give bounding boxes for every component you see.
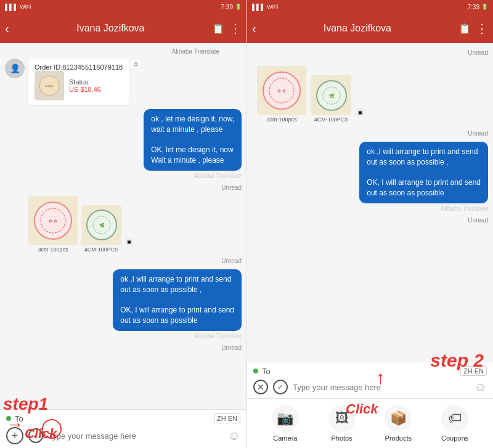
- order-inner: Logo Status: US $18.46: [35, 71, 123, 100]
- right-more-icon[interactable]: ⋮: [476, 21, 488, 36]
- svg-text:🌿: 🌿: [328, 93, 334, 99]
- right-product2-img: 🌿: [311, 75, 351, 115]
- unread-label-1: Unread: [5, 184, 242, 191]
- order-id: Order ID:8123455116079118: [35, 63, 123, 71]
- camera-tool[interactable]: 📷 Camera: [272, 405, 299, 442]
- outgoing-msg1: ok , let me design it, now, wait a minut…: [5, 109, 242, 179]
- msg1-translated2: Wait a minute , please: [151, 156, 224, 165]
- status-left: ▌▌▌ WiFi: [5, 4, 31, 10]
- right-app-header: ‹ Ivana Jozifkova 📋 ⋮: [247, 14, 493, 43]
- right-unread-label-2: Unread: [252, 130, 488, 137]
- right-back-button[interactable]: ‹: [252, 22, 256, 36]
- left-phone-panel: ▌▌▌ WiFi 7:39 🔋 ‹ Ivana Jozifkova 📋 ⋮ Al…: [0, 0, 246, 448]
- order-details: Status: US $18.46: [69, 78, 101, 93]
- right-bubble-blue: ok ,I will arrange to print and send out…: [359, 142, 488, 203]
- right-product1-label: 3cm-100pcs: [266, 116, 296, 123]
- back-button[interactable]: ‹: [5, 22, 9, 36]
- to-row: To ZH EN: [6, 413, 240, 423]
- camera-label: Camera: [273, 434, 297, 442]
- battery-fill: 🔋: [235, 4, 242, 10]
- msg2-line1: ok ,I will arrange to print and send: [120, 275, 231, 283]
- right-check-button[interactable]: ✓: [273, 380, 288, 394]
- right-signal-icon: ▌▌▌: [252, 4, 265, 10]
- product-action-icon: ▣: [125, 238, 134, 246]
- right-unread-label-3: Unread: [252, 217, 488, 224]
- right-wifi-icon: WiFi: [267, 4, 278, 10]
- right-phone-panel: ▌▌▌ WiFi 7:39 🔋 ‹ Ivana Jozifkova 📋 ⋮ Un…: [246, 0, 493, 448]
- msg1-line1: ok , let me design it, now,: [151, 115, 234, 123]
- bubble-blue-2: ok ,I will arrange to print and send out…: [113, 269, 242, 331]
- order-bubble: Order ID:8123455116079118 Logo Status: U…: [28, 59, 129, 105]
- translate-label-1: Alibaba Translate: [194, 173, 242, 179]
- right-product-action-icon: ▣: [356, 108, 365, 116]
- right-arrow-up: →: [369, 370, 390, 388]
- step1-label: step1: [3, 394, 48, 414]
- order-status-label: Status:: [69, 78, 101, 86]
- coupons-label: Coupons: [441, 434, 468, 442]
- products-tool[interactable]: 📦 Products: [385, 405, 412, 442]
- right-battery-icon: 🔋: [481, 4, 488, 10]
- right-unread-label-1: Unread: [252, 49, 488, 56]
- right-time: 7:39: [468, 4, 479, 10]
- left-app-header: ‹ Ivana Jozifkova 📋 ⋮: [0, 14, 246, 43]
- right-product2-label: 4CM-100PCS: [314, 116, 349, 123]
- right-to-row-left: To: [253, 367, 271, 376]
- msg2-line2: out as soon as possible ,: [120, 285, 202, 294]
- product-images-left: ✿ ✿ 3cm-100pcs 🌿 4CM-100PCS ▣: [28, 196, 242, 253]
- camera-icon: 📷: [272, 405, 299, 432]
- products-label: Products: [385, 434, 412, 442]
- bubble-blue-1: ok , let me design it, now, wait a minut…: [144, 109, 242, 171]
- avatar: 👤: [5, 59, 25, 78]
- plus-button-highlight: [42, 419, 62, 439]
- product2-img: 🌿: [81, 205, 121, 245]
- product2-box: 🌿 4CM-100PCS: [81, 205, 121, 253]
- translate-label-2: Alibaba Translate: [194, 333, 242, 340]
- step2-label: step 2: [430, 350, 484, 371]
- right-header-title: Ivana Jozifkova: [261, 23, 454, 34]
- order-price: US $18.46: [69, 86, 101, 93]
- coupons-tool[interactable]: 🏷 Coupons: [441, 405, 468, 442]
- order-thumbnail: Logo: [35, 71, 64, 100]
- right-status-bar: ▌▌▌ WiFi 7:39 🔋: [247, 0, 493, 14]
- product1-box: ✿ ✿ 3cm-100pcs: [28, 196, 78, 253]
- msg1-line2: wait a minute , please: [151, 125, 222, 134]
- battery-icon: 7:39: [221, 4, 233, 10]
- product1-img: ✿ ✿: [28, 196, 78, 245]
- right-clipboard-icon[interactable]: 📋: [458, 23, 471, 35]
- right-translate-label: Alibaba Translate: [441, 205, 488, 212]
- svg-text:🌿: 🌿: [99, 222, 104, 228]
- zh-en-toggle[interactable]: ZH EN: [214, 413, 240, 423]
- msg1-translated1: OK, let me design it, now: [151, 145, 233, 154]
- right-green-dot: [253, 369, 258, 373]
- right-x-button[interactable]: ✕: [253, 380, 268, 394]
- right-click-label: Click: [346, 401, 378, 417]
- right-chat-area: Unread ✿ ✿ 3cm-100pcs 🌿: [247, 43, 493, 362]
- signal-icon: ▌▌▌: [5, 4, 18, 10]
- wifi-icon: WiFi: [20, 4, 31, 10]
- message-input[interactable]: [48, 431, 223, 441]
- msg2-translated1: OK, I will arrange to print and send: [120, 306, 234, 314]
- right-status-left: ▌▌▌ WiFi: [252, 4, 278, 10]
- svg-text:Logo: Logo: [45, 84, 54, 88]
- emoji-button[interactable]: ☺: [228, 429, 240, 443]
- order-message: 👤 Order ID:8123455116079118 Logo Status:…: [5, 59, 242, 105]
- right-product-images: ✿ ✿ 3cm-100pcs 🌿 4CM-100PCS ▣: [252, 61, 488, 125]
- msg2-translated2: out as soon as possible: [120, 316, 197, 325]
- right-msg-translated1: OK, I will arrange to print and send: [367, 178, 481, 187]
- clipboard-icon[interactable]: 📋: [212, 23, 224, 35]
- right-emoji-button[interactable]: ☺: [475, 380, 487, 394]
- right-msg-line2: out as soon as possible ,: [367, 158, 448, 166]
- left-chat-area: Alibaba Translate 👤 Order ID:81234551160…: [0, 43, 246, 409]
- more-icon[interactable]: ⋮: [229, 21, 242, 36]
- right-product1-img: ✿ ✿: [257, 66, 306, 115]
- svg-text:✿ ✿: ✿ ✿: [277, 89, 286, 93]
- outgoing-msg2: ok ,I will arrange to print and send out…: [5, 269, 242, 340]
- products-icon: 📦: [385, 405, 412, 432]
- product1-label: 3cm-100pcs: [38, 246, 68, 253]
- right-outgoing-msg: ok ,I will arrange to print and send out…: [252, 142, 488, 212]
- product2-label: 4CM-100PCS: [84, 246, 119, 253]
- photos-label: Photos: [331, 434, 352, 442]
- translate-label-top: Alibaba Translate: [5, 48, 242, 55]
- right-status-right: 7:39 🔋: [468, 4, 488, 10]
- right-product1-box: ✿ ✿ 3cm-100pcs: [257, 66, 306, 123]
